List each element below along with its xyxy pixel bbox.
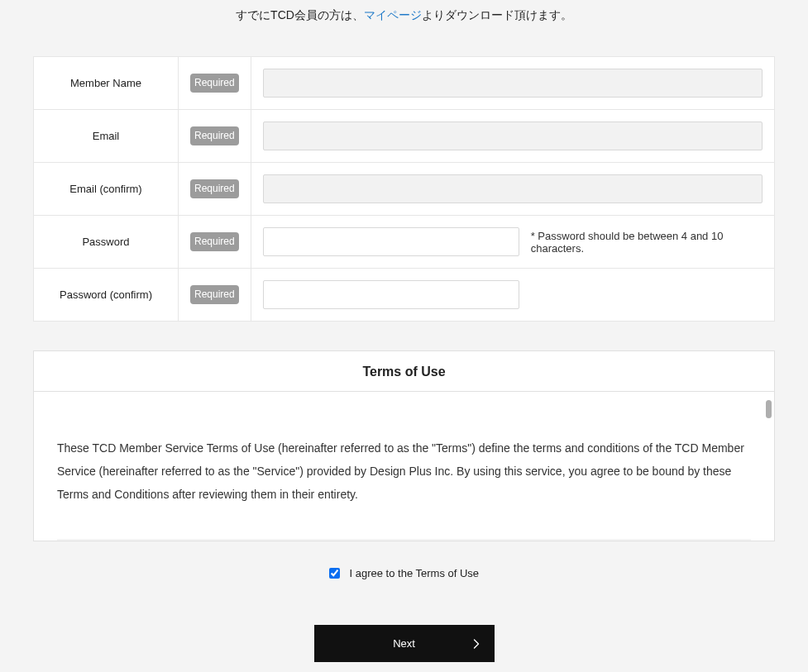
label-member-name: Member Name: [34, 57, 179, 110]
intro-before: すでにTCD会員の方は、: [236, 8, 364, 21]
row-password: Password Required * Password should be b…: [34, 216, 775, 269]
password-input[interactable]: [263, 227, 519, 256]
required-badge: Required: [190, 126, 239, 145]
row-password-confirm: Password (confirm) Required: [34, 269, 775, 322]
terms-of-use-box: Terms of Use These TCD Member Service Te…: [33, 350, 775, 541]
label-email-confirm: Email (confirm): [34, 163, 179, 216]
member-name-input[interactable]: [263, 69, 763, 98]
label-email: Email: [34, 110, 179, 163]
next-button-label: Next: [393, 637, 415, 650]
agree-label: I agree to the Terms of Use: [350, 567, 480, 579]
email-input[interactable]: [263, 122, 763, 150]
intro-after: よりダウンロード頂けます。: [422, 8, 572, 21]
agree-row: I agree to the Terms of Use: [33, 541, 775, 579]
input-cell: [251, 269, 774, 322]
next-button[interactable]: Next: [314, 625, 495, 662]
required-cell: Required: [179, 57, 251, 110]
terms-text: These TCD Member Service Terms of Use (h…: [57, 441, 744, 501]
required-cell: Required: [179, 163, 251, 216]
required-badge: Required: [190, 179, 239, 198]
label-password-confirm: Password (confirm): [34, 269, 179, 322]
password-note: * Password should be between 4 and 10 ch…: [531, 230, 763, 255]
mypage-link[interactable]: マイページ: [364, 8, 422, 21]
button-row: Next: [33, 579, 775, 662]
email-confirm-input[interactable]: [263, 174, 763, 203]
intro-text: すでにTCD会員の方は、マイページよりダウンロード頂けます。: [33, 8, 775, 23]
row-email: Email Required: [34, 110, 775, 163]
registration-form: すでにTCD会員の方は、マイページよりダウンロード頂けます。 Member Na…: [0, 0, 808, 672]
scrollbar-thumb[interactable]: [766, 400, 772, 418]
password-confirm-input[interactable]: [263, 280, 519, 309]
row-member-name: Member Name Required: [34, 57, 775, 110]
required-badge: Required: [190, 74, 239, 92]
label-password: Password: [34, 216, 179, 269]
input-cell: * Password should be between 4 and 10 ch…: [251, 216, 774, 269]
required-cell: Required: [179, 216, 251, 269]
terms-body-wrap: These TCD Member Service Terms of Use (h…: [34, 392, 774, 541]
input-cell: [251, 57, 774, 110]
agree-label-wrap[interactable]: I agree to the Terms of Use: [329, 567, 479, 579]
required-badge: Required: [190, 285, 239, 303]
form-table: Member Name Required Email Required Emai…: [33, 56, 775, 322]
terms-heading: Terms of Use: [34, 351, 774, 392]
terms-inner-block: [57, 539, 751, 541]
row-email-confirm: Email (confirm) Required: [34, 163, 775, 216]
input-cell: [251, 163, 774, 216]
required-badge: Required: [190, 232, 239, 250]
input-cell: [251, 110, 774, 163]
required-cell: Required: [179, 110, 251, 163]
terms-body[interactable]: These TCD Member Service Terms of Use (h…: [34, 392, 774, 541]
required-cell: Required: [179, 269, 251, 322]
agree-checkbox[interactable]: [329, 568, 340, 579]
chevron-right-icon: [473, 639, 480, 649]
